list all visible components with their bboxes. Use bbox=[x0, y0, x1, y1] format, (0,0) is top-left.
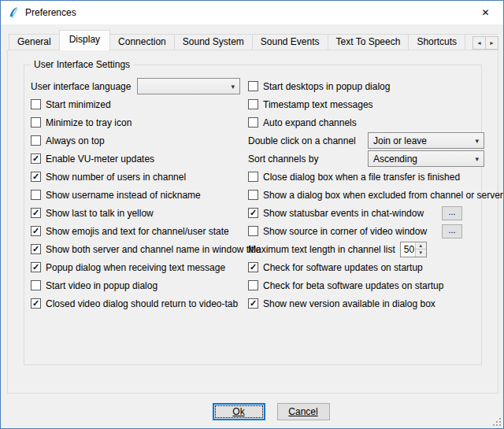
checkbox-checked-icon[interactable]: ✓ bbox=[31, 153, 41, 164]
checkbox-label: Auto expand channels bbox=[263, 117, 357, 128]
checkbox-row[interactable]: Show a dialog box when excluded from cha… bbox=[248, 187, 484, 203]
app-logo-icon bbox=[7, 6, 20, 19]
checkbox-row[interactable]: Always on top bbox=[31, 132, 240, 149]
cancel-button[interactable]: Cancel bbox=[277, 403, 330, 420]
checkbox-checked-icon[interactable]: ✓ bbox=[248, 262, 258, 272]
ok-button[interactable]: Ok bbox=[213, 403, 265, 420]
tab-next-icon: ► bbox=[489, 40, 495, 46]
checkbox-row[interactable]: ✓Show last to talk in yellow bbox=[31, 205, 240, 221]
spin-down-button[interactable]: ▼ bbox=[416, 249, 426, 257]
close-button[interactable]: ✕ bbox=[468, 1, 503, 24]
close-icon: ✕ bbox=[481, 7, 489, 18]
checkbox-row[interactable]: Close dialog box when a file transfer is… bbox=[248, 168, 484, 185]
ellipsis-button[interactable]: ... bbox=[442, 224, 462, 239]
ok-label: Ok bbox=[232, 406, 244, 417]
checkbox-row[interactable]: ✓Show statusbar events in chat-window... bbox=[248, 205, 484, 221]
sort-channels-label: Sort channels by bbox=[248, 153, 318, 165]
checkbox-unchecked-icon[interactable] bbox=[248, 172, 258, 182]
tab-scroll-right-button[interactable]: ► bbox=[485, 36, 498, 50]
dropdown-arrow-icon: ▾ bbox=[472, 155, 484, 163]
sort-channels-row: Sort channels by Ascending ▾ bbox=[248, 150, 484, 167]
checkbox-label: Show username instead of nickname bbox=[46, 190, 201, 201]
checkbox-label: Always on top bbox=[46, 135, 105, 146]
checkbox-row[interactable]: ✓Show emojis and text for channel/user s… bbox=[31, 223, 240, 239]
checkbox-row[interactable]: Start video in popup dialog bbox=[31, 277, 240, 294]
checkbox-row[interactable]: ✓Show new version available in dialog bo… bbox=[248, 295, 484, 312]
max-text-length-value: 50 bbox=[401, 242, 415, 257]
tab-general[interactable]: General bbox=[9, 34, 60, 50]
checkbox-unchecked-icon[interactable] bbox=[31, 135, 41, 146]
tab-text-to-speech[interactable]: Text To Speech bbox=[328, 34, 410, 50]
checkbox-checked-icon[interactable]: ✓ bbox=[31, 262, 41, 272]
checkbox-unchecked-icon[interactable] bbox=[248, 81, 258, 91]
checkbox-checked-icon[interactable]: ✓ bbox=[31, 226, 41, 236]
max-text-length-spinbox[interactable]: 50 ▲ ▼ bbox=[400, 242, 427, 257]
checkbox-unchecked-icon[interactable] bbox=[248, 226, 258, 236]
right-bottom-checkbox-list: ✓Check for software updates on startupCh… bbox=[248, 259, 484, 312]
checkbox-checked-icon[interactable]: ✓ bbox=[31, 172, 41, 182]
tab-display[interactable]: Display bbox=[59, 30, 110, 50]
right-column: Start desktops in popup dialogTimestamp … bbox=[248, 78, 484, 313]
checkbox-row[interactable]: ✓Show number of users in channel bbox=[31, 168, 240, 185]
spin-down-icon: ▼ bbox=[418, 250, 423, 255]
checkbox-label: Show statusbar events in chat-window bbox=[263, 208, 424, 219]
checkbox-label: Show both server and channel name in win… bbox=[46, 244, 261, 255]
spin-up-button[interactable]: ▲ bbox=[416, 242, 426, 250]
checkbox-unchecked-icon[interactable] bbox=[31, 280, 41, 290]
checkbox-unchecked-icon[interactable] bbox=[31, 117, 41, 128]
spin-up-icon: ▲ bbox=[418, 243, 423, 248]
double-click-combobox[interactable]: Join or leave ▾ bbox=[368, 132, 484, 149]
checkbox-row[interactable]: Start minimized bbox=[31, 96, 240, 113]
checkbox-unchecked-icon[interactable] bbox=[248, 99, 258, 109]
checkbox-unchecked-icon[interactable] bbox=[248, 117, 258, 128]
checkbox-checked-icon[interactable]: ✓ bbox=[31, 208, 41, 218]
checkbox-unchecked-icon[interactable] bbox=[248, 190, 258, 200]
max-text-length-row: Maximum text length in channel list 50 ▲… bbox=[248, 241, 484, 257]
checkbox-row[interactable]: Show source in corner of video window... bbox=[248, 223, 484, 239]
checkbox-unchecked-icon[interactable] bbox=[31, 99, 41, 109]
language-combobox[interactable]: ▾ bbox=[137, 78, 240, 94]
resize-grip-icon[interactable] bbox=[491, 416, 502, 427]
checkbox-row[interactable]: Auto expand channels bbox=[248, 114, 484, 131]
checkbox-unchecked-icon[interactable] bbox=[248, 280, 258, 290]
checkbox-label: Timestamp text messages bbox=[263, 99, 373, 110]
tab-scroll-left-button[interactable]: ◄ bbox=[472, 36, 486, 50]
checkbox-label: Start minimized bbox=[46, 99, 111, 110]
dropdown-arrow-icon: ▾ bbox=[472, 137, 484, 145]
tab-prev-icon: ◄ bbox=[476, 40, 482, 46]
checkbox-checked-icon[interactable]: ✓ bbox=[31, 244, 41, 254]
tab-shortcuts[interactable]: Shortcuts bbox=[408, 34, 465, 50]
checkbox-row[interactable]: Timestamp text messages bbox=[248, 96, 484, 113]
checkbox-row[interactable]: Start desktops in popup dialog bbox=[248, 78, 484, 94]
checkbox-unchecked-icon[interactable] bbox=[31, 190, 41, 200]
checkbox-checked-icon[interactable]: ✓ bbox=[248, 298, 258, 309]
spin-arrows: ▲ ▼ bbox=[415, 242, 426, 257]
checkbox-label: Show number of users in channel bbox=[46, 172, 186, 183]
tab-connection[interactable]: Connection bbox=[109, 34, 175, 50]
sort-channels-value: Ascending bbox=[373, 153, 472, 165]
checkbox-row[interactable]: ✓Show both server and channel name in wi… bbox=[31, 241, 240, 257]
checkbox-label: Close dialog box when a file transfer is… bbox=[263, 172, 460, 183]
checkbox-checked-icon[interactable]: ✓ bbox=[248, 208, 258, 218]
tab-sound-events[interactable]: Sound Events bbox=[252, 34, 328, 50]
checkbox-row[interactable]: Show username instead of nickname bbox=[31, 187, 240, 203]
max-text-length-label: Maximum text length in channel list bbox=[248, 244, 395, 255]
checkbox-row[interactable]: Minimize to tray icon bbox=[31, 114, 240, 131]
ellipsis-button[interactable]: ... bbox=[442, 206, 462, 220]
checkbox-label: Show last to talk in yellow bbox=[46, 208, 154, 219]
tab-scroller: ◄ ► bbox=[472, 36, 498, 50]
preferences-window: Preferences ✕ GeneralDisplayConnectionSo… bbox=[0, 0, 504, 429]
checkbox-label: Closed video dialog should return to vid… bbox=[46, 298, 238, 309]
sort-channels-combobox[interactable]: Ascending ▾ bbox=[368, 150, 484, 167]
tab-bar: GeneralDisplayConnectionSound SystemSoun… bbox=[7, 29, 498, 50]
right-mid-checkbox-list: Close dialog box when a file transfer is… bbox=[248, 168, 484, 239]
checkbox-row[interactable]: ✓Popup dialog when receiving text messag… bbox=[31, 259, 240, 276]
checkbox-row[interactable]: ✓Check for software updates on startup bbox=[248, 259, 484, 276]
checkbox-row[interactable]: ✓Enable VU-meter updates bbox=[31, 150, 240, 167]
checkbox-row[interactable]: ✓Closed video dialog should return to vi… bbox=[31, 295, 240, 312]
tab-sound-system[interactable]: Sound System bbox=[174, 34, 253, 50]
checkbox-label: Check for beta software updates on start… bbox=[263, 280, 443, 291]
checkbox-row[interactable]: Check for beta software updates on start… bbox=[248, 277, 484, 294]
checkbox-label: Popup dialog when receiving text message bbox=[46, 262, 225, 273]
checkbox-checked-icon[interactable]: ✓ bbox=[31, 298, 41, 309]
